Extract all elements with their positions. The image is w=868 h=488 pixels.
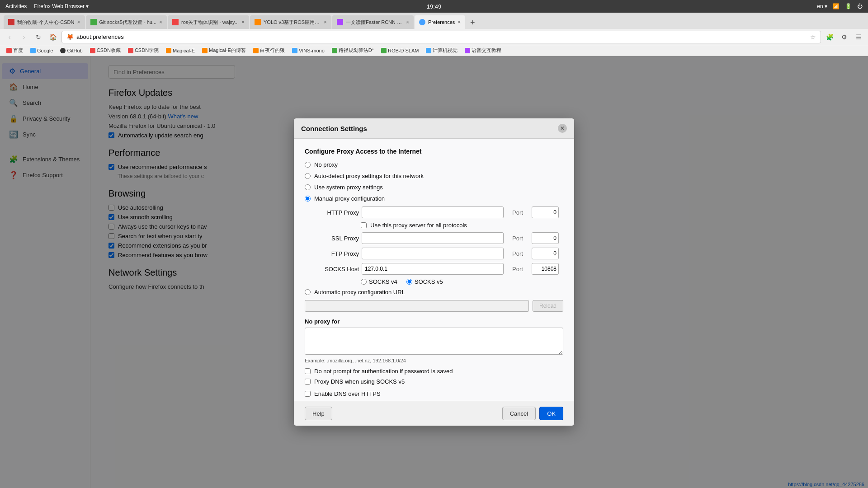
system-proxy-label: Use system proxy settings xyxy=(314,184,383,191)
auto-detect-radio[interactable] xyxy=(305,173,311,179)
system-proxy-radio[interactable] xyxy=(305,184,311,190)
http-port-input[interactable] xyxy=(532,206,559,218)
ssl-port-input[interactable] xyxy=(532,232,559,244)
tab-favicon-ros xyxy=(172,19,179,25)
ftp-proxy-label: FTP Proxy xyxy=(305,250,359,257)
bookmark-vins[interactable]: VINS-mono xyxy=(289,47,327,54)
no-proxy-for-label: No proxy for xyxy=(305,318,563,325)
proxy-dns-label: Proxy DNS when using SOCKS v5 xyxy=(314,378,405,385)
extensions-button[interactable]: 🧩 xyxy=(824,31,835,43)
tab-close-csdn[interactable]: × xyxy=(77,19,80,25)
menu-button[interactable]: ☰ xyxy=(853,31,864,43)
tab-csdn[interactable]: 我的收藏-个人中心-CSDN × xyxy=(4,15,85,29)
http-proxy-row: HTTP Proxy Port xyxy=(305,206,563,218)
os-clock: 19:49 xyxy=(427,3,442,10)
bookmark-csdn-collect[interactable]: CSDN收藏 xyxy=(87,46,123,55)
no-proxy-label: No proxy xyxy=(314,161,338,168)
ssl-proxy-input[interactable] xyxy=(362,232,504,244)
bookmark-baiye[interactable]: 白夜行的狼 xyxy=(250,46,288,55)
modal-close-button[interactable]: ✕ xyxy=(558,124,567,133)
bookmark-baidu[interactable]: 百度 xyxy=(4,46,26,55)
tab-rcnn[interactable]: 一文读懂Faster RCNN - ... × xyxy=(332,15,414,29)
tab-close-yolo[interactable]: × xyxy=(324,19,327,25)
modal-body: Configure Proxy Access to the Internet N… xyxy=(294,139,574,401)
ftp-port-input[interactable] xyxy=(532,248,559,259)
firefox-menu[interactable]: Firefox Web Browser ▾ xyxy=(34,3,89,9)
ok-button[interactable]: OK xyxy=(539,407,563,420)
modal-header: Connection Settings ✕ xyxy=(294,118,574,139)
socks-port-input[interactable] xyxy=(532,263,559,275)
bookmark-magical-e[interactable]: Magical-E xyxy=(163,47,198,54)
forward-button[interactable]: › xyxy=(18,31,30,43)
reload-button[interactable]: Reload xyxy=(533,300,563,312)
activities-label[interactable]: Activities xyxy=(5,3,27,9)
tab-label-yolo: YOLO v3基于ROS应用介... xyxy=(264,19,321,26)
wifi-icon: 📶 xyxy=(833,3,840,9)
tab-yolo[interactable]: YOLO v3基于ROS应用介... × xyxy=(250,15,331,29)
tab-git[interactable]: Git socks5代理设置 - hu... × xyxy=(86,15,167,29)
ftp-proxy-input[interactable] xyxy=(362,248,504,259)
tab-ros[interactable]: ros关于物体识别 - wajsy... × xyxy=(168,15,249,29)
proxy-dns-checkbox[interactable] xyxy=(305,379,311,385)
tab-close-ros[interactable]: × xyxy=(241,19,245,25)
system-proxy-option: Use system proxy settings xyxy=(305,184,563,191)
socks-host-label: SOCKS Host xyxy=(305,266,359,272)
tab-close-rcnn[interactable]: × xyxy=(406,19,409,25)
url-text: about:preferences xyxy=(76,33,807,40)
bookmark-csdn-school[interactable]: CSDN学院 xyxy=(125,46,161,55)
url-bar[interactable]: 🦊 about:preferences ☆ xyxy=(61,31,821,43)
no-auth-checkbox[interactable] xyxy=(305,368,311,374)
manual-proxy-label: Manual proxy configuration xyxy=(314,195,385,202)
home-button[interactable]: 🏠 xyxy=(47,31,59,43)
auto-detect-option: Auto-detect proxy settings for this netw… xyxy=(305,173,563,179)
cancel-button[interactable]: Cancel xyxy=(502,407,536,420)
tab-favicon-pref xyxy=(419,19,425,25)
back-button[interactable]: ‹ xyxy=(4,31,15,43)
footer-right: Cancel OK xyxy=(502,407,563,420)
auto-proxy-section: Automatic proxy configuration URL Reload xyxy=(305,289,563,312)
new-tab-button[interactable]: + xyxy=(466,16,479,29)
socks-port-label: Port xyxy=(506,266,529,272)
tab-close-pref[interactable]: × xyxy=(458,19,461,25)
http-proxy-label: HTTP Proxy xyxy=(305,209,359,216)
power-icon[interactable]: ⏻ xyxy=(857,3,863,9)
os-topbar: Activities Firefox Web Browser ▾ 19:49 e… xyxy=(0,0,868,13)
enable-dns-checkbox[interactable] xyxy=(305,391,311,397)
socks-v4-radio[interactable] xyxy=(361,279,367,285)
manual-proxy-radio[interactable] xyxy=(305,196,311,202)
nav-bar: ‹ › ↻ 🏠 🦊 about:preferences ☆ 🧩 ⚙ ☰ xyxy=(0,29,868,45)
no-auth-label: Do not prompt for authentication if pass… xyxy=(314,368,453,375)
bookmark-voice[interactable]: 语音交互教程 xyxy=(462,46,504,55)
bookmark-google[interactable]: Google xyxy=(28,47,56,54)
http-proxy-input[interactable] xyxy=(362,206,504,218)
use-all-protocols-row: Use this proxy server for all protocols xyxy=(361,222,563,229)
language-indicator[interactable]: en ▾ xyxy=(817,3,827,9)
extra-checkboxes: Do not prompt for authentication if pass… xyxy=(305,368,563,385)
tab-label-csdn: 我的收藏-个人中心-CSDN xyxy=(17,19,75,26)
socks-v5-radio[interactable] xyxy=(406,279,412,285)
tab-label-rcnn: 一文读懂Faster RCNN - ... xyxy=(346,19,403,26)
enable-dns-row: Enable DNS over HTTPS xyxy=(305,390,563,397)
auto-proxy-url-option: Automatic proxy configuration URL xyxy=(305,289,563,296)
reload-button[interactable]: ↻ xyxy=(33,31,44,43)
bookmark-path[interactable]: 路径规划算法D* xyxy=(329,46,377,55)
use-all-label: Use this proxy server for all protocols xyxy=(370,222,467,229)
auto-url-input[interactable] xyxy=(305,300,529,312)
bookmark-github[interactable]: GitHub xyxy=(57,47,85,54)
bookmark-star-icon[interactable]: ☆ xyxy=(810,33,816,41)
auto-proxy-radio[interactable] xyxy=(305,289,311,295)
tab-favicon-rcnn xyxy=(337,19,343,25)
tab-close-git[interactable]: × xyxy=(159,19,162,25)
use-all-checkbox[interactable] xyxy=(361,222,367,228)
tab-preferences[interactable]: Preferences × xyxy=(415,15,465,29)
bookmark-magical-blog[interactable]: Magical-E的博客 xyxy=(199,46,249,55)
bookmark-cv[interactable]: 计算机视觉 xyxy=(423,46,460,55)
no-proxy-radio[interactable] xyxy=(305,162,311,168)
help-button[interactable]: Help xyxy=(305,407,332,420)
example-text: Example: .mozilla.org, .net.nz, 192.168.… xyxy=(305,358,563,363)
devtools-button[interactable]: ⚙ xyxy=(838,31,850,43)
bookmark-rgb-slam[interactable]: RGB-D SLAM xyxy=(378,47,421,54)
no-proxy-textarea[interactable] xyxy=(305,328,563,355)
socks-host-input[interactable] xyxy=(362,263,504,275)
tab-favicon-csdn xyxy=(8,19,14,25)
